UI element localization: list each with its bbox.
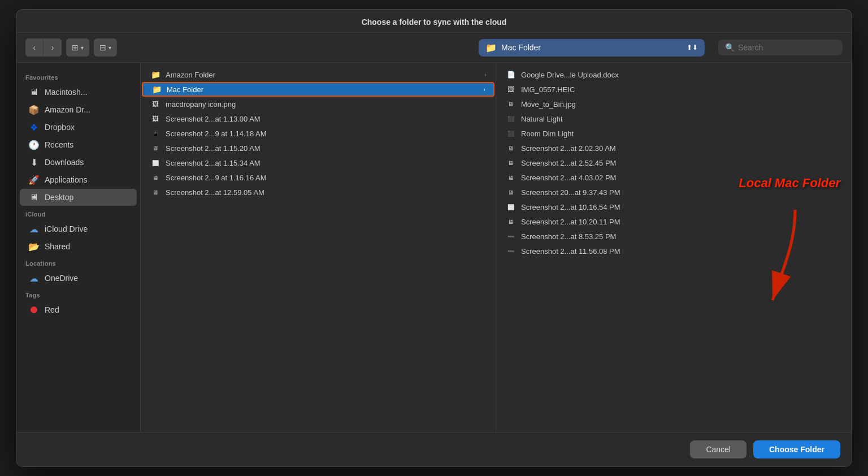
file-chooser-dialog: Choose a folder to sync with the cloud ‹… bbox=[16, 9, 852, 467]
file-label-screenshot4: Screenshot 2...at 1.15.34 AM bbox=[166, 159, 261, 167]
amazon-drive-icon: 📦 bbox=[29, 105, 39, 115]
file-item-screenshot-r3[interactable]: 🖥 Screenshot 2...at 4.03.02 PM bbox=[496, 170, 851, 185]
toolbar: ‹ › ⊞ ▾ ⊟ ▾ 📁 Mac Folder ⬆⬇ 🔍 bbox=[16, 33, 852, 63]
column-view-chevron: ▾ bbox=[81, 45, 84, 51]
onedrive-icon: ☁ bbox=[29, 273, 39, 283]
nav-group: ‹ › bbox=[25, 38, 62, 57]
location-chevron-icon: ⬆⬇ bbox=[687, 44, 698, 51]
file-label-screenshot3: Screenshot 2...at 1.15.20 AM bbox=[166, 144, 261, 153]
sidebar-item-applications[interactable]: 🚀 Applications bbox=[20, 171, 137, 188]
sidebar-item-macintosh[interactable]: 🖥 Macintosh... bbox=[20, 84, 137, 101]
file-label-movetobin: Move_to_Bin.jpg bbox=[521, 100, 576, 109]
column-view-icon: ⊞ bbox=[72, 43, 79, 52]
file-item-screenshot4[interactable]: ⬜ Screenshot 2...at 1.15.34 AM bbox=[141, 155, 496, 170]
grid-view-button[interactable]: ⊟ ▾ bbox=[94, 38, 117, 57]
file-item-screenshot-r6[interactable]: 🖥 Screenshot 2...at 10.20.11 PM bbox=[496, 214, 851, 229]
sidebar-item-amazon-drive[interactable]: 📦 Amazon Dr... bbox=[20, 101, 137, 118]
sidebar-label-shared: Shared bbox=[45, 242, 70, 251]
sidebar: Favourites 🖥 Macintosh... 📦 Amazon Dr...… bbox=[16, 63, 141, 432]
file-label-googledoc: Google Drive...le Upload.docx bbox=[521, 71, 619, 79]
file-label-amazon-folder: Amazon Folder bbox=[166, 71, 215, 79]
sidebar-item-desktop[interactable]: 🖥 Desktop bbox=[20, 189, 137, 206]
file-item-movetobin[interactable]: 🖥 Move_to_Bin.jpg bbox=[496, 97, 851, 111]
sidebar-item-dropbox[interactable]: ❖ Dropbox bbox=[20, 119, 137, 136]
cancel-button[interactable]: Cancel bbox=[690, 440, 747, 458]
file-item-screenshot-r4[interactable]: 🖥 Screenshot 20...at 9.37.43 PM bbox=[496, 185, 851, 200]
file-label-macdropany: macdropany icon.png bbox=[166, 100, 236, 109]
file-item-screenshot3[interactable]: 🖥 Screenshot 2...at 1.15.20 AM bbox=[141, 141, 496, 155]
grid-view-icon: ⊟ bbox=[99, 43, 106, 52]
screenshot5-icon: 🖥 bbox=[150, 173, 161, 182]
file-item-googledoc[interactable]: 📄 Google Drive...le Upload.docx bbox=[496, 67, 851, 82]
sidebar-item-icloud-drive[interactable]: ☁ iCloud Drive bbox=[20, 220, 137, 237]
downloads-icon: ⬇ bbox=[29, 157, 39, 167]
file-item-screenshot2[interactable]: 📱 Screenshot 2...9 at 1.14.18 AM bbox=[141, 126, 496, 141]
file-item-mac-folder[interactable]: 📁 Mac Folder › bbox=[142, 82, 494, 97]
recents-icon: 🕐 bbox=[29, 140, 39, 150]
sidebar-label-desktop: Desktop bbox=[45, 193, 73, 202]
search-icon: 🔍 bbox=[725, 43, 735, 52]
chevron-right-selected-icon: › bbox=[483, 86, 485, 93]
file-label-natural-light: Natural Light bbox=[521, 115, 563, 123]
screenshot6-icon: 🖥 bbox=[150, 188, 161, 197]
file-item-img0557[interactable]: 🖼 IMG_0557.HEIC bbox=[496, 82, 851, 97]
file-item-screenshot1[interactable]: 🖼 Screenshot 2...at 1.13.00 AM bbox=[141, 111, 496, 126]
back-button[interactable]: ‹ bbox=[25, 38, 44, 57]
sidebar-label-amazon-drive: Amazon Dr... bbox=[45, 105, 90, 114]
icloud-drive-icon: ☁ bbox=[29, 224, 39, 234]
file-item-room-dim[interactable]: ⬛ Room Dim Light bbox=[496, 126, 851, 141]
chevron-right-icon: › bbox=[484, 71, 487, 78]
file-item-screenshot-r1[interactable]: 🖥 Screenshot 2...at 2.02.30 AM bbox=[496, 141, 851, 155]
file-label-screenshot-r8: Screenshot 2...at 11.56.08 PM bbox=[521, 247, 620, 256]
search-input[interactable] bbox=[738, 43, 836, 52]
screenshot-r3-icon: 🖥 bbox=[505, 173, 517, 182]
file-item-screenshot5[interactable]: 🖥 Screenshot 2...9 at 1.16.16 AM bbox=[141, 170, 496, 185]
search-bar[interactable]: 🔍 bbox=[718, 40, 843, 55]
screenshot-r7-icon: ➖ bbox=[505, 232, 517, 241]
sidebar-item-tag-red[interactable]: Red bbox=[20, 301, 137, 318]
sidebar-label-icloud-drive: iCloud Drive bbox=[45, 224, 88, 233]
dropbox-icon: ❖ bbox=[29, 122, 39, 132]
file-label-screenshot5: Screenshot 2...9 at 1.16.16 AM bbox=[166, 174, 267, 182]
choose-folder-button[interactable]: Choose Folder bbox=[753, 440, 840, 458]
favourites-section-label: Favourites bbox=[16, 70, 140, 83]
file-item-screenshot-r5[interactable]: ⬜ Screenshot 2...at 10.16.54 PM bbox=[496, 200, 851, 214]
file-label-room-dim: Room Dim Light bbox=[521, 129, 574, 138]
forward-button[interactable]: › bbox=[44, 38, 62, 57]
screenshot3-icon: 🖥 bbox=[150, 144, 161, 153]
file-label-screenshot-r1: Screenshot 2...at 2.02.30 AM bbox=[521, 144, 616, 153]
applications-icon: 🚀 bbox=[29, 175, 39, 185]
file-item-screenshot-r2[interactable]: 🖥 Screenshot 2...at 2.52.45 PM bbox=[496, 155, 851, 170]
dialog-title: Choose a folder to sync with the cloud bbox=[16, 10, 852, 33]
macdropany-icon: 🖼 bbox=[150, 99, 161, 109]
footer: Cancel Choose Folder bbox=[16, 432, 852, 466]
screenshot-r4-icon: 🖥 bbox=[505, 188, 517, 197]
sidebar-item-recents[interactable]: 🕐 Recents bbox=[20, 136, 137, 153]
screenshot-r5-icon: ⬜ bbox=[505, 202, 517, 211]
file-label-screenshot-r5: Screenshot 2...at 10.16.54 PM bbox=[521, 203, 620, 211]
file-item-screenshot6[interactable]: 🖥 Screenshot 2...at 12.59.05 AM bbox=[141, 185, 496, 200]
sidebar-item-onedrive[interactable]: ☁ OneDrive bbox=[20, 270, 137, 287]
screenshot-r1-icon: 🖥 bbox=[505, 144, 517, 153]
file-item-natural-light[interactable]: ⬛ Natural Light bbox=[496, 111, 851, 126]
file-label-screenshot6: Screenshot 2...at 12.59.05 AM bbox=[166, 188, 264, 197]
sidebar-label-onedrive: OneDrive bbox=[45, 274, 78, 283]
googledoc-icon: 📄 bbox=[505, 70, 517, 79]
file-label-mac-folder: Mac Folder bbox=[167, 85, 203, 94]
sidebar-label-downloads: Downloads bbox=[45, 158, 84, 167]
location-selector[interactable]: 📁 Mac Folder ⬆⬇ bbox=[479, 39, 705, 57]
file-label-screenshot1: Screenshot 2...at 1.13.00 AM bbox=[166, 115, 261, 123]
file-item-screenshot-r8[interactable]: ➖ Screenshot 2...at 11.56.08 PM bbox=[496, 244, 851, 258]
screenshot4-icon: ⬜ bbox=[150, 158, 161, 167]
amazon-folder-icon: 📁 bbox=[150, 70, 161, 79]
sidebar-item-shared[interactable]: 📂 Shared bbox=[20, 238, 137, 255]
sidebar-item-downloads[interactable]: ⬇ Downloads bbox=[20, 154, 137, 171]
main-content: Favourites 🖥 Macintosh... 📦 Amazon Dr...… bbox=[16, 63, 852, 432]
desktop-icon: 🖥 bbox=[29, 192, 39, 202]
mac-folder-icon: 📁 bbox=[151, 85, 162, 94]
file-item-screenshot-r7[interactable]: ➖ Screenshot 2...at 8.53.25 PM bbox=[496, 229, 851, 244]
file-item-macdropany[interactable]: 🖼 macdropany icon.png bbox=[141, 97, 496, 111]
sidebar-label-dropbox: Dropbox bbox=[45, 123, 75, 132]
column-view-button[interactable]: ⊞ ▾ bbox=[66, 38, 89, 57]
file-item-amazon-folder[interactable]: 📁 Amazon Folder › bbox=[141, 67, 496, 82]
